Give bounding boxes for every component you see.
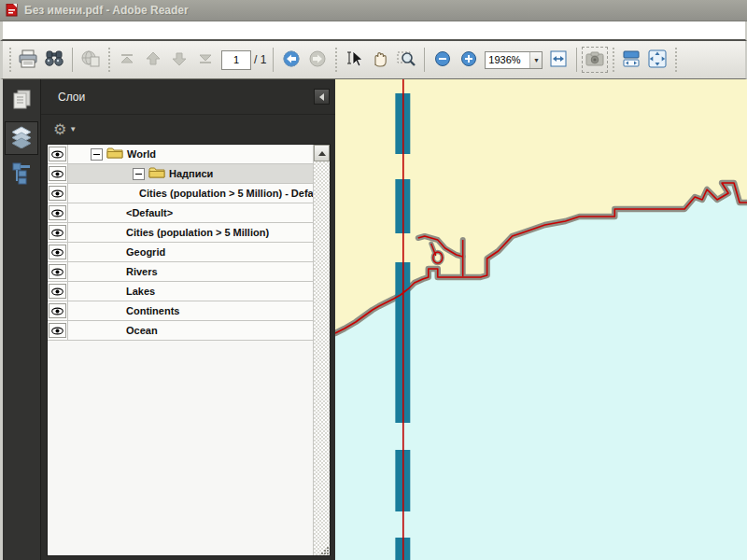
scrolling-pages-icon [620, 49, 642, 72]
layer-row: Ocean [48, 321, 314, 341]
print-button[interactable] [15, 47, 41, 73]
layer-label[interactable]: Continents [126, 305, 179, 316]
layers-options-row: ⚙ ▼ [41, 115, 335, 144]
fit-width-icon [547, 49, 570, 72]
toolbar-drag-grip[interactable] [611, 48, 615, 72]
layer-visibility-toggle[interactable] [48, 301, 68, 320]
main-content: Слои ⚙ ▼ WorldНадписиCities (population … [0, 79, 747, 560]
share-upload-icon [79, 49, 102, 72]
toolbar-drag-grip[interactable] [106, 48, 111, 72]
select-tool-button[interactable] [341, 47, 367, 73]
expander-minus-icon[interactable] [91, 148, 103, 161]
layer-row-content[interactable]: Cities (population > 5 Million) [68, 223, 314, 242]
zoom-level-input[interactable] [486, 52, 529, 68]
layer-visibility-toggle[interactable] [48, 223, 68, 242]
layer-visibility-toggle[interactable] [48, 164, 68, 183]
fit-page-button[interactable] [644, 47, 670, 73]
panel-resize-grip[interactable] [320, 546, 330, 555]
next-page-button [166, 47, 192, 73]
layer-label[interactable]: Cities (population > 5 Million) - Defaul… [139, 188, 314, 199]
layers-scrollbar[interactable] [313, 145, 330, 555]
toolbar-drag-grip[interactable] [7, 48, 12, 72]
printer-icon [17, 49, 39, 72]
eye-icon [49, 323, 66, 338]
previous-view-button[interactable] [278, 47, 304, 73]
layer-visibility-toggle[interactable] [48, 243, 68, 261]
scrolling-pages-button[interactable] [618, 47, 644, 73]
layer-row-content[interactable]: Lakes [68, 282, 314, 301]
layer-visibility-toggle[interactable] [48, 282, 68, 301]
layer-visibility-toggle[interactable] [48, 203, 68, 222]
layer-row: Lakes [48, 282, 314, 301]
chevron-down-icon[interactable]: ▼ [69, 125, 77, 133]
layer-row: Cities (population > 5 Million) - Defaul… [48, 184, 314, 203]
layer-label[interactable]: Lakes [126, 286, 155, 297]
layer-visibility-toggle[interactable] [48, 321, 68, 340]
folder-icon [148, 165, 165, 182]
fit-width-button[interactable] [545, 47, 571, 73]
sidebar-item-page-thumbnails[interactable] [5, 85, 38, 119]
page-count-label: / 1 [254, 53, 266, 66]
zoom-dropdown-button[interactable]: ▼ [529, 52, 542, 68]
layer-visibility-toggle[interactable] [48, 262, 68, 281]
title-bar[interactable]: Без имени.pdf - Adobe Reader [0, 0, 747, 21]
zoom-in-button[interactable] [456, 47, 482, 73]
layer-row-content[interactable]: Rivers [68, 262, 314, 281]
zoom-out-button[interactable] [430, 47, 456, 73]
hand-tool-button[interactable] [367, 47, 393, 73]
menu-bar [0, 21, 747, 41]
layer-row: Cities (population > 5 Million) [48, 223, 314, 243]
expander-minus-icon[interactable] [133, 168, 145, 180]
layer-row-content[interactable]: Continents [68, 301, 314, 320]
marquee-zoom-icon [395, 49, 417, 72]
layer-label[interactable]: Cities (population > 5 Million) [126, 227, 269, 238]
layer-row-content[interactable]: Geogrid [68, 243, 314, 261]
window-title: Без имени.pdf - Adobe Reader [24, 4, 189, 17]
previous-page-button [140, 47, 166, 73]
last-page-button [192, 47, 218, 73]
layers-panel: Слои ⚙ ▼ WorldНадписиCities (population … [41, 79, 335, 560]
layers-icon [9, 124, 34, 152]
layer-visibility-toggle[interactable] [48, 184, 68, 203]
toolbar-separator [273, 48, 274, 72]
pdf-app-icon [6, 4, 20, 17]
layer-row-content[interactable]: Ocean [68, 321, 314, 340]
folder-icon [106, 146, 123, 162]
fit-page-icon [646, 49, 669, 72]
toolbar-separator [576, 48, 577, 72]
marquee-zoom-button[interactable] [393, 47, 419, 73]
layers-panel-header: Слои [41, 79, 335, 115]
layer-label[interactable]: Rivers [126, 266, 158, 277]
scroll-up-button[interactable] [314, 145, 330, 161]
layer-label[interactable]: World [127, 148, 156, 160]
eye-icon [49, 205, 66, 220]
eye-icon [49, 303, 66, 318]
hand-tool-icon [369, 49, 391, 72]
sidebar-item-layers[interactable] [5, 121, 38, 155]
pages-icon [10, 88, 33, 116]
sidebar-item-model-tree[interactable] [5, 158, 38, 191]
layer-row-content[interactable]: <Default> [68, 203, 314, 222]
layer-row-content[interactable]: World [68, 145, 314, 163]
layer-label[interactable]: <Default> [126, 207, 173, 218]
eye-icon [49, 166, 66, 181]
layer-label[interactable]: Geogrid [126, 246, 165, 258]
layer-label[interactable]: Ocean [126, 325, 158, 336]
layer-label[interactable]: Надписи [169, 168, 213, 179]
document-map-view[interactable] [335, 79, 747, 560]
zoom-level-dropdown-icon: ▼ [533, 57, 540, 63]
find-button[interactable] [41, 47, 67, 73]
zoom-level-control: ▼ [485, 51, 543, 69]
layer-row-content[interactable]: Cities (population > 5 Million) - Defaul… [68, 184, 314, 203]
layer-visibility-toggle[interactable] [48, 145, 68, 163]
last-page-icon [195, 49, 216, 71]
collapse-panel-button[interactable] [314, 89, 330, 105]
layer-row: Continents [48, 301, 314, 321]
layer-row-content[interactable]: Надписи [68, 164, 314, 183]
gear-icon[interactable]: ⚙ [53, 122, 66, 137]
next-view-button [304, 47, 331, 73]
page-number-input[interactable] [221, 50, 251, 70]
collapse-panel-icon [319, 93, 324, 101]
toolbar-drag-grip[interactable] [673, 48, 678, 72]
toolbar-drag-grip[interactable] [333, 48, 338, 72]
